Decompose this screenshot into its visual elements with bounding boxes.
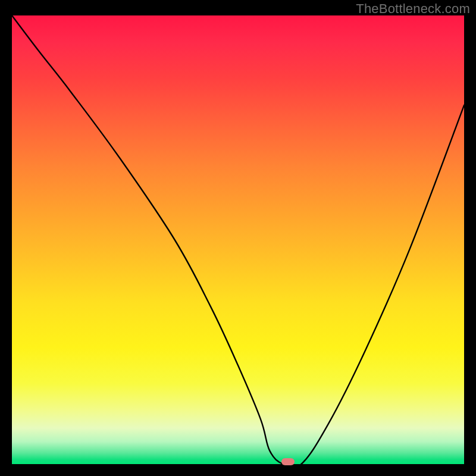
curve-path [12,15,464,464]
chart-frame: TheBottleneck.com [0,0,476,476]
trough-marker [281,458,295,465]
watermark-text: TheBottleneck.com [356,1,470,17]
bottleneck-curve [12,15,464,464]
plot-area [12,15,464,464]
